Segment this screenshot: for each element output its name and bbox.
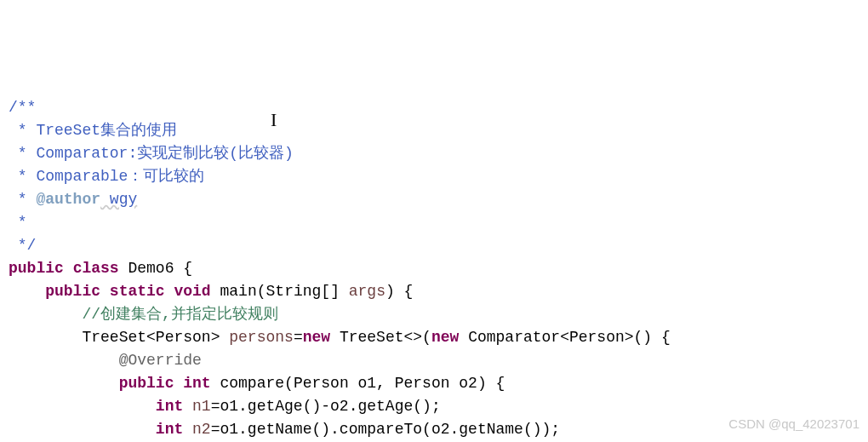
code-editor[interactable]: /** * TreeSet集合的使用 * Comparator:实现定制比较(比… — [9, 96, 868, 442]
code-line: int n1=o1.getAge()-o2.getAge(); — [9, 398, 441, 415]
code-line: //创建集合,并指定比较规则 — [9, 306, 278, 323]
code-line: int n2=o1.getName().compareTo(o2.getName… — [9, 421, 560, 438]
override-annotation: @Override — [119, 352, 202, 369]
code-line: * — [9, 214, 27, 231]
comment-inline: //创建集合,并指定比较规则 — [82, 306, 277, 323]
javadoc-author-tag: @author — [36, 191, 100, 208]
text-cursor-icon: I — [271, 108, 277, 131]
code-line: * TreeSet集合的使用 — [9, 122, 177, 139]
code-line: * @author wgy — [9, 191, 137, 208]
code-line: public int compare(Person o1, Person o2)… — [9, 375, 505, 392]
code-line: /** — [9, 99, 36, 116]
code-line: @Override — [9, 352, 202, 369]
code-line: TreeSet<Person> persons=new TreeSet<>(ne… — [9, 329, 671, 346]
code-line: public class Demo6 { — [9, 260, 192, 277]
code-line: */ — [9, 237, 36, 254]
watermark-label: CSDN @qq_42023701 — [728, 412, 859, 435]
code-line: public static void main(String[] args) { — [9, 283, 413, 300]
code-line: * Comparable：可比较的 — [9, 168, 204, 185]
code-line: * Comparator:实现定制比较(比较器) — [9, 145, 294, 162]
